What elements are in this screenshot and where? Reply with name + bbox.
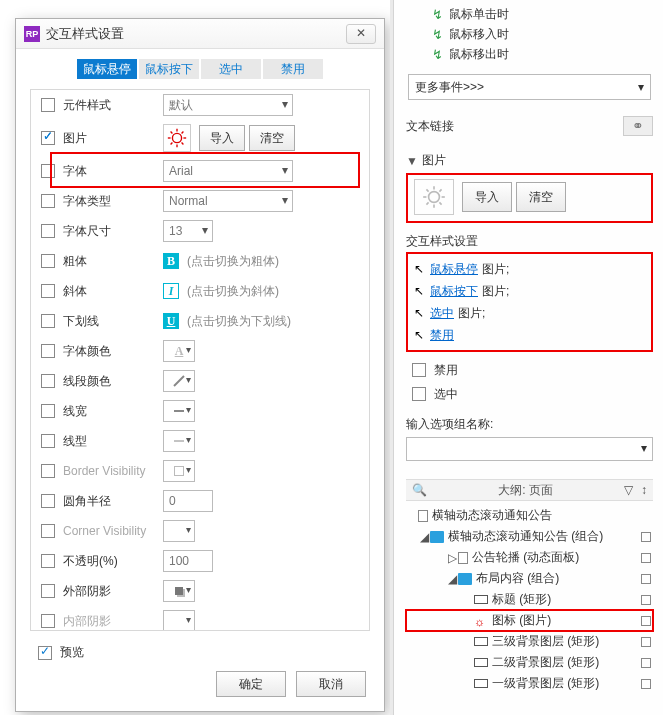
link-icon[interactable]: ⚭ xyxy=(623,116,653,136)
outline-panel-header: 🔍 大纲: 页面 ▽ ↕ xyxy=(406,479,653,501)
font-combo[interactable]: Arial xyxy=(163,160,293,182)
pane-separator[interactable] xyxy=(390,0,394,715)
checkbox[interactable] xyxy=(41,374,55,388)
rect-icon xyxy=(474,658,488,667)
checkbox[interactable] xyxy=(41,164,55,178)
checkbox[interactable] xyxy=(41,194,55,208)
clear-button[interactable]: 清空 xyxy=(249,125,295,151)
visibility-icon[interactable] xyxy=(641,595,651,605)
more-events-combo[interactable]: 更多事件>>> xyxy=(408,74,651,100)
page-icon xyxy=(418,510,428,522)
import-button[interactable]: 导入 xyxy=(462,182,512,212)
ix-hover[interactable]: ↖鼠标悬停 图片; xyxy=(414,258,645,280)
ix-select[interactable]: ↖选中 图片; xyxy=(414,302,645,324)
radius-input[interactable]: 0 xyxy=(163,490,213,512)
visibility-icon[interactable] xyxy=(641,679,651,689)
import-button[interactable]: 导入 xyxy=(199,125,245,151)
tree-icon-image[interactable]: ☼图标 (图片) xyxy=(406,610,653,631)
folder-icon xyxy=(458,573,472,585)
tree-panel[interactable]: ▷公告轮播 (动态面板) xyxy=(406,547,653,568)
checkbox[interactable] xyxy=(41,224,55,238)
border-vis-swatch[interactable] xyxy=(163,460,195,482)
tree-bg3[interactable]: 三级背景图层 (矩形) xyxy=(406,631,653,652)
tree-bg1[interactable]: 一级背景图层 (矩形) xyxy=(406,673,653,694)
close-icon[interactable]: ✕ xyxy=(346,24,376,44)
event-mouse-enter[interactable]: ↯鼠标移入时 xyxy=(406,24,653,44)
underline-icon[interactable]: U xyxy=(163,313,179,329)
tab-disable[interactable]: 禁用 xyxy=(263,59,323,79)
checkbox[interactable] xyxy=(41,284,55,298)
opacity-input[interactable]: 100 xyxy=(163,550,213,572)
search-icon[interactable]: 🔍 xyxy=(412,483,427,497)
tree-bg2[interactable]: 二级背景图层 (矩形) xyxy=(406,652,653,673)
event-click[interactable]: ↯鼠标单击时 xyxy=(406,4,653,24)
tree-title-rect[interactable]: 标题 (矩形) xyxy=(406,589,653,610)
style-list[interactable]: 元件样式 默认 ✓ 图片 导入 清空 字体 Arial 字体类型 Normal … xyxy=(30,89,370,631)
tree-group[interactable]: ◢横轴动态滚动通知公告 (组合) xyxy=(406,526,653,547)
visibility-icon[interactable] xyxy=(641,637,651,647)
dialog-titlebar[interactable]: RP 交互样式设置 ✕ xyxy=(16,19,384,49)
expand-icon[interactable]: ◢ xyxy=(446,572,458,586)
event-mouse-leave[interactable]: ↯鼠标移出时 xyxy=(406,44,653,64)
line-color-swatch[interactable] xyxy=(163,370,195,392)
checkbox[interactable] xyxy=(41,404,55,418)
checkbox[interactable] xyxy=(41,254,55,268)
checkbox[interactable] xyxy=(41,614,55,628)
checkbox[interactable] xyxy=(412,387,426,401)
checkbox[interactable] xyxy=(41,524,55,538)
inner-shadow-swatch[interactable] xyxy=(163,610,195,631)
element-style-combo[interactable]: 默认 xyxy=(163,94,293,116)
checkbox[interactable]: ✓ xyxy=(38,646,52,660)
font-color-swatch[interactable]: A xyxy=(163,340,195,362)
italic-icon[interactable]: I xyxy=(163,283,179,299)
checkbox[interactable] xyxy=(41,344,55,358)
tree-layout[interactable]: ◢布局内容 (组合) xyxy=(406,568,653,589)
checkbox[interactable] xyxy=(41,494,55,508)
checkbox[interactable] xyxy=(41,464,55,478)
collapse-icon[interactable]: ▼ xyxy=(406,154,418,168)
tree-root[interactable]: 横轴动态滚动通知公告 xyxy=(406,505,653,526)
row-italic: 斜体 I (点击切换为斜体) xyxy=(31,276,369,306)
checkbox[interactable] xyxy=(41,314,55,328)
visibility-icon[interactable] xyxy=(641,532,651,542)
expand-icon[interactable]: ▷ xyxy=(446,551,458,565)
ix-press[interactable]: ↖鼠标按下 图片; xyxy=(414,280,645,302)
panel-icon xyxy=(458,552,468,564)
checkbox[interactable] xyxy=(412,363,426,377)
line-type-swatch[interactable] xyxy=(163,430,195,452)
sort-icon[interactable]: ↕ xyxy=(641,483,647,497)
bolt-icon: ↯ xyxy=(432,27,443,42)
row-line-color: 线段颜色 xyxy=(31,366,369,396)
checkbox[interactable]: ✓ xyxy=(41,131,55,145)
cancel-button[interactable]: 取消 xyxy=(296,671,366,697)
filter-icon[interactable]: ▽ xyxy=(624,483,633,497)
checkbox[interactable] xyxy=(41,98,55,112)
row-font: 字体 Arial xyxy=(31,156,369,186)
ok-button[interactable]: 确定 xyxy=(216,671,286,697)
outer-shadow-swatch[interactable] xyxy=(163,580,195,602)
tab-press[interactable]: 鼠标按下 xyxy=(139,59,199,79)
bold-icon[interactable]: B xyxy=(163,253,179,269)
row-element-style: 元件样式 默认 xyxy=(31,90,369,120)
row-bold: 粗体 B (点击切换为粗体) xyxy=(31,246,369,276)
svg-line-8 xyxy=(182,132,184,134)
checkbox[interactable] xyxy=(41,434,55,448)
tab-select[interactable]: 选中 xyxy=(201,59,261,79)
visibility-icon[interactable] xyxy=(641,616,651,626)
visibility-icon[interactable] xyxy=(641,658,651,668)
option-group-input[interactable] xyxy=(406,437,653,461)
visibility-icon[interactable] xyxy=(641,574,651,584)
ix-disable[interactable]: ↖禁用 xyxy=(414,324,645,346)
corner-vis-swatch[interactable] xyxy=(163,520,195,542)
tab-hover[interactable]: 鼠标悬停 xyxy=(77,59,137,79)
visibility-icon[interactable] xyxy=(641,553,651,563)
font-size-combo[interactable]: 13 xyxy=(163,220,213,242)
font-type-combo[interactable]: Normal xyxy=(163,190,293,212)
line-width-swatch[interactable] xyxy=(163,400,195,422)
checkbox[interactable] xyxy=(41,584,55,598)
row-font-size: 字体尺寸 13 xyxy=(31,216,369,246)
expand-icon[interactable]: ◢ xyxy=(418,530,430,544)
clear-button[interactable]: 清空 xyxy=(516,182,566,212)
checkbox[interactable] xyxy=(41,554,55,568)
highlight-box-image-section: 导入 清空 xyxy=(406,173,653,223)
